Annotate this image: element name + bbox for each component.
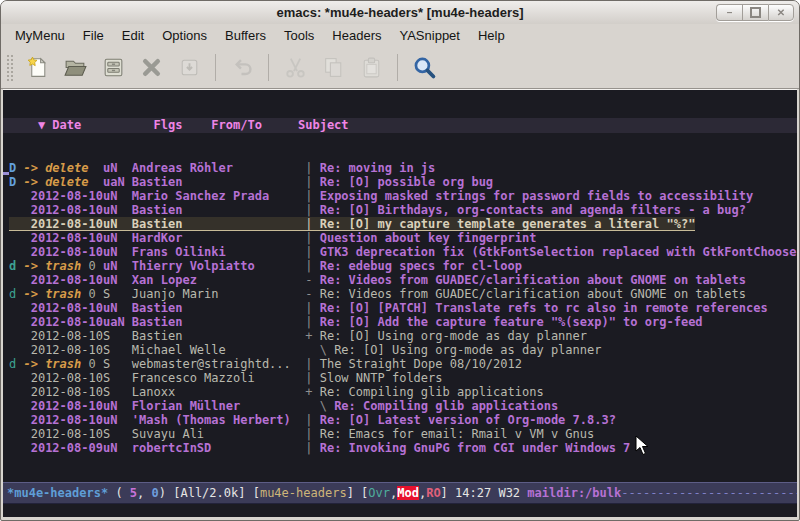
maximize-icon [750,7,761,18]
message-subject: Re: [O] Add the capture feature "%(sexp)… [320,315,703,329]
undo-icon [226,52,258,84]
message-row[interactable]: 2012-08-10uN Bastien | Re: [O] [PATCH] T… [9,301,797,315]
thread-glyph: | [305,203,319,217]
menu-yasnippet[interactable]: YASnippet [390,25,468,46]
message-row[interactable]: 2012-08-10uN Bastien | Re: [O] my captur… [9,217,797,231]
menu-help[interactable]: Help [469,25,514,46]
message-flags: uN [103,161,132,175]
message-row[interactable]: D -> delete uaN Bastien | Re: [O] possib… [9,175,797,189]
headers-header-line[interactable]: ▼ Date Flgs From/To Subject [3,118,797,133]
menu-edit[interactable]: Edit [113,25,153,46]
message-row[interactable]: 2012-08-10S Lanoxx + Re: Compiling glib … [9,385,797,399]
message-date: 2012-08-10 [23,301,102,315]
message-row[interactable]: 2012-08-10S Bastien + Re: [O] Using org-… [9,329,797,343]
mode-line[interactable]: *mu4e-headers* ( 5, 0) [All/2.0k] [mu4e-… [3,482,797,504]
message-row[interactable]: d -> trash 0 S Juanjo Marin - Re: Videos… [9,287,797,301]
message-subject: Re: [O] my capture template generates a … [320,217,696,231]
message-flags: uaN [103,175,132,189]
maximize-button[interactable] [742,4,768,21]
menu-mymenu[interactable]: MyMenu [6,25,74,46]
message-row[interactable]: D -> delete uN Andreas Röhler | Re: movi… [9,161,797,175]
thread-glyph: | [305,245,319,259]
message-subject: Re: [O] Using org-mode as day planner [334,343,601,357]
menu-file[interactable]: File [74,25,113,46]
paste-icon [355,52,387,84]
thread-glyph: | [305,357,319,371]
save-as-icon [173,52,205,84]
close-icon[interactable] [135,52,167,84]
message-flags: uN [103,273,132,287]
message-flags: uN [103,301,132,315]
message-row[interactable]: 2012-08-10S Francesco Mazzoli | Slow NNT… [9,371,797,385]
message-date: 2012-08-10 [23,273,102,287]
message-subject: Re: Videos from GUADEC/clarification abo… [320,273,746,287]
message-subject: Re: moving in js [320,161,436,175]
message-subject: Exposing masked strings for password fie… [320,189,753,203]
message-date: 2012-08-10 [23,413,102,427]
thread-glyph: | [305,441,319,455]
modeline-segment-fg: ) [All/2.0k] [ [159,486,260,500]
minimize-button[interactable]: – [716,4,742,21]
thread-glyph: | [305,189,319,203]
toolbar-drag-handle[interactable] [6,54,13,82]
message-from: Bastien [132,175,305,189]
save-icon[interactable] [97,52,129,84]
message-from: Florian Müllner [132,399,305,413]
message-row[interactable]: 2012-08-10uN HardKor | Question about ke… [9,231,797,245]
toolbar-separator [268,54,269,81]
thread-glyph: | [305,371,319,385]
message-subject: Re: Invoking GnuPG from CGI under Window… [320,441,631,455]
message-row[interactable]: 2012-08-10uN Mario Sanchez Prada | Expos… [9,189,797,203]
message-flags: S [103,371,132,385]
message-from: Frans Oilinki [132,245,305,259]
open-folder-icon[interactable] [59,52,91,84]
toolbar-separator [397,54,398,81]
message-row[interactable]: d -> trash 0 S webmaster@straightd... | … [9,357,797,371]
search-icon[interactable] [408,52,440,84]
mark-flag: d [9,287,23,301]
thread-glyph: | [305,427,319,441]
message-subject: GTK3 deprecation fix (GtkFontSelection r… [320,245,797,259]
message-subject: Re: Videos from GUADEC/clarification abo… [320,287,746,301]
message-from: Juanjo Marin [132,287,305,301]
message-list: D -> delete uN Andreas Röhler | Re: movi… [3,161,797,455]
menu-buffers[interactable]: Buffers [216,25,275,46]
message-row[interactable]: 2012-08-10uN 'Mash (Thomas Herbert) | Re… [9,413,797,427]
modeline-segment-dash: ----------------------------------------… [621,486,797,500]
menu-options[interactable]: Options [153,25,216,46]
mark-action: -> trash [23,357,81,371]
menu-tools[interactable]: Tools [275,25,323,46]
message-flags: uN [103,413,132,427]
thread-glyph: - [305,273,319,287]
message-date: 2012-08-10 [23,315,102,329]
message-row[interactable]: 2012-08-10uN Frans Oilinki | GTK3 deprec… [9,245,797,259]
close-button[interactable]: ✕ [768,4,794,21]
message-row[interactable]: d -> trash 0 uN Thierry Volpiatto | Re: … [9,259,797,273]
message-row[interactable]: 2012-08-10uN Florian Müllner \ Re: Compi… [9,399,797,413]
message-subject: Re: [O] possible org bug [320,175,493,189]
message-row[interactable]: 2012-08-10S Suvayu Ali | Re: Emacs for e… [9,427,797,441]
emacs-window: emacs: *mu4e-headers* [mu4e-headers] –✕ … [0,0,800,521]
mark-flag: D [9,175,23,189]
message-date: 2012-08-10 [23,329,102,343]
mark-flag: d [9,259,23,273]
modeline-segment-fg: ] [ [347,486,369,500]
message-flags: uaN [103,315,132,329]
message-from: webmaster@straightd... [132,357,305,371]
message-row[interactable]: 2012-08-09uN robertcInSD | Re: Invoking … [9,441,797,455]
modeline-segment-fg: ( [108,486,130,500]
message-date: 2012-08-10 [23,231,102,245]
message-flags: S [103,329,132,343]
message-flags: uN [103,245,132,259]
thread-glyph: | [305,315,319,329]
menu-headers[interactable]: Headers [323,25,390,46]
message-row[interactable]: 2012-08-10uN Xan Lopez - Re: Videos from… [9,273,797,287]
message-row[interactable]: 2012-08-10uaN Bastien | Re: [O] Add the … [9,315,797,329]
modeline-segment-ro: RO [426,486,440,500]
mark-flag: d [9,357,23,371]
new-file-icon[interactable] [21,52,53,84]
echo-area[interactable] [3,504,797,517]
title-bar[interactable]: emacs: *mu4e-headers* [mu4e-headers] –✕ [1,1,799,25]
message-row[interactable]: 2012-08-10S Michael Welle \ Re: [O] Usin… [9,343,797,357]
message-row[interactable]: 2012-08-10uN Bastien | Re: [O] Birthdays… [9,203,797,217]
